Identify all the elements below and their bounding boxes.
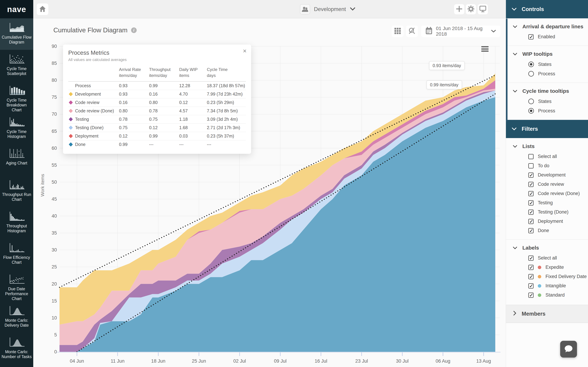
checkbox-enabled[interactable]: Enabled	[506, 34, 588, 40]
checkbox-code-review-done-[interactable]: Code review (Done)	[506, 191, 588, 196]
sidebar-item-throughput-histogram[interactable]: Throughput Histogram	[0, 207, 33, 239]
daily-wip-value: 1.18	[179, 117, 207, 122]
throughput-value: 0.80	[149, 100, 179, 105]
checkbox-development[interactable]: Development	[506, 172, 588, 178]
sidebar-item-label: Monte Carlo: Number of Tasks	[1, 349, 32, 359]
add-button[interactable]	[454, 4, 464, 14]
svg-text:5: 5	[54, 332, 57, 337]
arrival-rate-value: 0.12	[119, 133, 149, 139]
home-button[interactable]	[37, 3, 48, 15]
filter-section: ListsSelect allTo doDevelopmentCode revi…	[506, 138, 588, 240]
section-header-arrival-departure-lines[interactable]: Arrival & departure lines	[506, 24, 588, 30]
series-diamond-icon	[69, 134, 73, 138]
top-bar: Development	[33, 0, 506, 18]
sidebar-item-cycle-time-histogram[interactable]: Cycle Time Histogram	[0, 113, 33, 144]
sidebar-item-monte-carlo-number-of-tasks[interactable]: Monte Carlo: Number of Tasks	[0, 333, 33, 364]
sidebar-item-due-date-performance-chart[interactable]: Due Date Performance Chart	[0, 270, 33, 301]
checkbox-expedite[interactable]: Expedite	[506, 265, 588, 270]
chevron-down-icon	[513, 51, 518, 57]
checkbox-deployment[interactable]: Deployment	[506, 219, 588, 224]
thist-chart-icon	[8, 211, 26, 222]
section-header-labels[interactable]: Labels	[506, 245, 588, 251]
svg-text:30 Jul: 30 Jul	[396, 359, 409, 364]
members-label: Members	[522, 311, 545, 317]
chart-context-menu-icon[interactable]	[481, 46, 489, 52]
filters-header[interactable]: Filters	[506, 120, 588, 138]
radio-process[interactable]: Process	[506, 71, 588, 76]
checkbox-to-do[interactable]: To do	[506, 163, 588, 168]
page-title: Cumulative Flow Diagram	[53, 26, 128, 34]
table-row: Deployment0.120.990.030.23 (5h 37m)	[68, 132, 246, 140]
sidebar-item-flow-efficiency-chart[interactable]: Flow Efficiency Chart	[0, 239, 33, 270]
label-color-dot	[538, 266, 541, 269]
section-header-lists[interactable]: Lists	[506, 143, 588, 149]
checkbox-code-review[interactable]: Code review	[506, 182, 588, 187]
checkbox-select-all[interactable]: Select all	[506, 154, 588, 159]
checkbox-intangible[interactable]: Intangible	[506, 283, 588, 289]
sidebar-item-cycle-time-breakdown-chart[interactable]: Cycle Time Breakdown Chart	[0, 81, 33, 113]
table-row: Code review0.160.800.120.23 (5h 29m)	[68, 98, 246, 107]
series-name: Deployment	[75, 133, 98, 139]
throughput-value: 0.99	[149, 83, 179, 88]
settings-button[interactable]	[466, 4, 476, 14]
daily-wip-value: 12.28	[179, 83, 207, 88]
control-section: Arrival & departure linesEnabled	[506, 18, 588, 46]
info-icon[interactable]: i	[131, 27, 137, 33]
sidebar-item-cumulative-flow-diagram[interactable]: Cumulative Flow Diagram	[0, 18, 33, 50]
chat-button[interactable]	[560, 341, 577, 358]
chevron-down-icon	[513, 88, 518, 94]
chart-header: Cumulative Flow Diagram i	[53, 26, 137, 34]
column-header: Cycle Timedays	[207, 67, 246, 78]
checkbox-testing[interactable]: Testing	[506, 200, 588, 206]
table-row: Code review (Done)0.800.784.577.34 (7d 8…	[68, 107, 246, 115]
svg-text:70: 70	[52, 111, 57, 117]
radio-states[interactable]: States	[506, 61, 588, 67]
section-header-wip-tooltips[interactable]: WIP tooltips	[506, 51, 588, 57]
controls-header[interactable]: Controls	[506, 0, 588, 18]
column-header: Arrival Rateitems/day	[119, 67, 149, 78]
svg-text:30: 30	[52, 247, 57, 252]
departure-rate-tooltip: 0.99 items/day	[426, 80, 462, 89]
sidebar-scrollbar[interactable]	[506, 18, 508, 122]
cycle-time-value: 7.99 (7d 23h 42m)	[207, 92, 246, 97]
floweff-chart-icon	[8, 242, 26, 254]
checkbox-done[interactable]: Done	[506, 228, 588, 233]
svg-text:40: 40	[52, 213, 57, 219]
chevron-down-icon	[350, 7, 355, 12]
throughput-value: 0.16	[149, 92, 179, 97]
table-row: Process0.930.9912.2818.37 (18d 8h 57m)	[68, 82, 246, 90]
chevron-down-icon	[511, 6, 517, 12]
process-metrics-popup: × Process Metrics All values are calcula…	[63, 45, 251, 154]
sidebar-item-cycle-time-scatterplot[interactable]: Cycle Time Scatterplot	[0, 50, 33, 81]
display-button[interactable]	[478, 4, 488, 14]
checkbox-standard[interactable]: Standard	[506, 292, 588, 298]
cycle-time-value: 0.23 (5h 29m)	[207, 100, 246, 105]
arrival-rate-value: 0.75	[119, 125, 149, 130]
sidebar-item-label: Cycle Time Breakdown Chart	[1, 98, 32, 112]
data-grid-button[interactable]	[392, 25, 404, 37]
svg-text:10: 10	[52, 315, 57, 320]
board-selector[interactable]: Development	[300, 4, 355, 14]
svg-text:85: 85	[52, 61, 57, 66]
svg-text:16 Jul: 16 Jul	[315, 359, 327, 364]
checkbox-select-all[interactable]: Select all	[506, 255, 588, 261]
sidebar-item-aging-chart[interactable]: Aging Chart	[0, 144, 33, 176]
radio-states[interactable]: States	[506, 99, 588, 104]
svg-text:80: 80	[52, 78, 57, 83]
date-range-picker[interactable]: 01 Jun 2018 - 15 Aug 2018	[421, 25, 500, 37]
sidebar-item-throughput-run-chart[interactable]: Throughput Run Chart	[0, 176, 33, 207]
radio-process[interactable]: Process	[506, 108, 588, 114]
members-section-header[interactable]: Members	[506, 305, 588, 323]
arrival-rate-value: 0.78	[119, 117, 149, 122]
daily-wip-value: 0.12	[179, 100, 207, 105]
section-header-cycle-time-tooltips[interactable]: Cycle time tooltips	[506, 88, 588, 94]
svg-text:0: 0	[54, 349, 57, 354]
zoom-disabled-button[interactable]	[406, 25, 418, 37]
checkbox-fixed-delivery-date[interactable]: Fixed Delivery Date	[506, 274, 588, 279]
monitor-icon	[479, 6, 486, 13]
close-icon[interactable]: ×	[243, 47, 247, 55]
filter-section: LabelsSelect allExpediteFixed Delivery D…	[506, 240, 588, 304]
series-name: Testing	[75, 117, 89, 122]
sidebar-item-monte-carlo-delivery-date[interactable]: Monte Carlo: Delivery Date	[0, 301, 33, 333]
checkbox-testing-done-[interactable]: Testing (Done)	[506, 209, 588, 215]
